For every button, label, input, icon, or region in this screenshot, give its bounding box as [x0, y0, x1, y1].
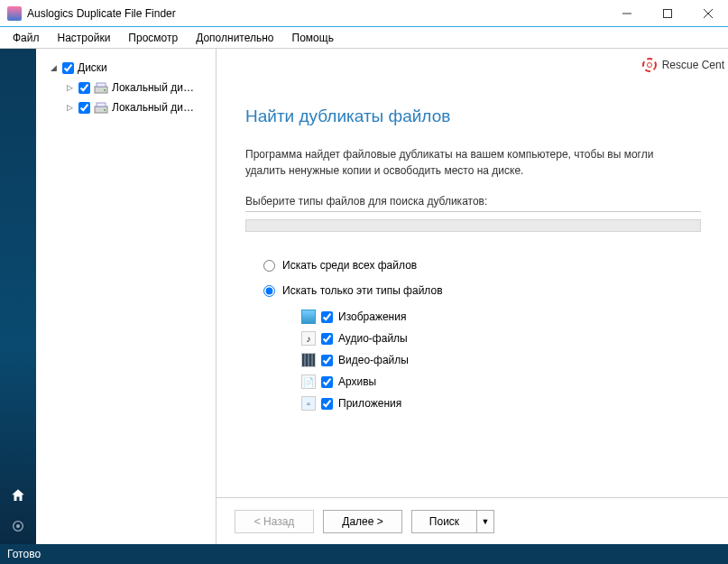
type-video-checkbox[interactable] [321, 355, 333, 366]
menu-view[interactable]: Просмотр [119, 29, 187, 47]
type-apps-checkbox[interactable] [321, 398, 333, 410]
back-button: < Назад [235, 510, 314, 533]
menu-settings[interactable]: Настройки [49, 29, 120, 47]
type-apps-label: Приложения [338, 397, 401, 410]
progress-bar [245, 219, 701, 232]
type-audio-label: Аудио-файлы [338, 332, 408, 345]
main-panel: Rescue Cent Найти дубликаты файлов Прогр… [217, 49, 728, 544]
svg-rect-1 [663, 9, 671, 17]
menubar: Файл Настройки Просмотр Дополнительно По… [0, 27, 728, 49]
type-images-label: Изображения [338, 310, 406, 323]
home-icon[interactable] [7, 485, 29, 506]
tree-item-label: Локальный ди… [112, 81, 194, 94]
radio-all-files[interactable]: Искать среди всех файлов [263, 259, 701, 272]
svg-point-7 [104, 89, 106, 91]
app-icon [7, 6, 22, 21]
wizard-buttons: < Назад Далее > Поиск ▼ [217, 497, 728, 544]
page-heading: Найти дубликаты файлов [245, 106, 701, 126]
menu-help[interactable]: Помощь [283, 29, 343, 47]
svg-rect-6 [95, 87, 107, 93]
radio-these-types[interactable]: Искать только эти типы файлов [263, 284, 701, 297]
drive-tree: ◢ Диски ▷ Локальный ди… ▷ Локальный ди… [36, 49, 217, 544]
type-video-label: Видео-файлы [338, 354, 409, 366]
page-description: Программа найдет файловые дубликаты на в… [245, 146, 696, 179]
expand-icon[interactable]: ▷ [65, 103, 75, 113]
rescue-center-link[interactable]: Rescue Cent [642, 58, 728, 72]
tree-root-label: Диски [78, 61, 107, 74]
type-row-apps: ▫ Приложения [301, 396, 701, 411]
menu-file[interactable]: Файл [4, 29, 49, 47]
drive-icon [94, 100, 108, 115]
rescue-icon [642, 58, 657, 72]
image-icon [301, 310, 316, 324]
next-button[interactable]: Далее > [323, 510, 402, 533]
svg-point-10 [104, 109, 106, 111]
tree-root[interactable]: ◢ Диски [41, 58, 210, 78]
statusbar: Готово [0, 544, 728, 564]
menu-extra[interactable]: Дополнительно [187, 29, 282, 47]
titlebar: Auslogics Duplicate File Finder [0, 0, 728, 27]
type-row-video: Видео-файлы [301, 353, 701, 367]
tree-item-checkbox[interactable] [78, 82, 90, 94]
search-button[interactable]: Поиск [411, 510, 476, 533]
tree-root-checkbox[interactable] [62, 62, 74, 74]
radio-all-label: Искать среди всех файлов [282, 259, 417, 272]
status-text: Готово [7, 548, 41, 560]
wizard-page: Найти дубликаты файлов Программа найдет … [217, 49, 728, 411]
tree-item-label: Локальный ди… [112, 101, 194, 114]
close-button[interactable] [687, 0, 728, 27]
svg-rect-9 [95, 106, 107, 113]
type-archives-checkbox[interactable] [321, 376, 333, 388]
tree-item[interactable]: ▷ Локальный ди… [41, 78, 210, 97]
search-dropdown[interactable]: ▼ [476, 510, 494, 533]
radio-types-input[interactable] [263, 285, 275, 297]
file-types-list: Изображения ♪ Аудио-файлы Видео-файлы 📄 [301, 310, 701, 411]
tree-item-checkbox[interactable] [78, 102, 90, 114]
collapse-icon[interactable]: ◢ [49, 63, 59, 73]
section-label: Выберите типы файлов для поиска дубликат… [245, 195, 701, 208]
window-controls [606, 0, 728, 27]
type-row-archives: 📄 Архивы [301, 374, 701, 389]
video-icon [301, 353, 316, 367]
search-mode-group: Искать среди всех файлов Искать только э… [263, 259, 701, 411]
radio-all-input[interactable] [263, 260, 275, 272]
minimize-button[interactable] [606, 0, 647, 27]
svg-rect-8 [97, 83, 106, 87]
tree-item[interactable]: ▷ Локальный ди… [41, 97, 210, 117]
type-images-checkbox[interactable] [321, 311, 333, 323]
svg-rect-11 [97, 103, 106, 106]
archive-icon: 📄 [301, 374, 316, 389]
rescue-label: Rescue Cent [662, 59, 724, 71]
expand-icon[interactable]: ▷ [65, 83, 75, 93]
drive-icon [94, 80, 108, 95]
app-icon: ▫ [301, 396, 316, 411]
left-rail [0, 49, 36, 544]
svg-point-5 [17, 525, 20, 528]
maximize-button[interactable] [647, 0, 687, 27]
type-row-audio: ♪ Аудио-файлы [301, 331, 701, 346]
settings-icon[interactable] [7, 515, 29, 537]
audio-icon: ♪ [301, 331, 316, 346]
type-archives-label: Архивы [338, 375, 376, 388]
type-audio-checkbox[interactable] [321, 333, 333, 345]
divider [245, 211, 701, 212]
search-button-split: Поиск ▼ [411, 510, 494, 533]
content: ◢ Диски ▷ Локальный ди… ▷ Локальный ди… … [0, 49, 728, 544]
radio-types-label: Искать только эти типы файлов [282, 284, 443, 297]
svg-point-13 [647, 63, 651, 68]
window-title: Auslogics Duplicate File Finder [27, 7, 606, 20]
type-row-images: Изображения [301, 310, 701, 324]
